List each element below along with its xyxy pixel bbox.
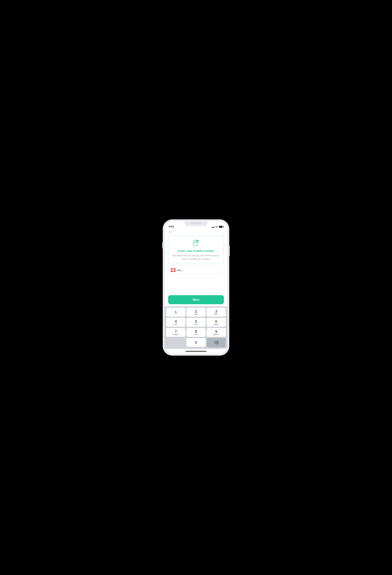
info-card: Enter new mobile number We require this … xyxy=(168,236,224,264)
delete-icon xyxy=(214,341,218,344)
svg-point-9 xyxy=(198,241,198,241)
phone-input-row[interactable]: +41 xyxy=(168,266,224,274)
svg-point-2 xyxy=(194,242,195,243)
numeric-keyboard: 1 2 ABC 3 DEF 4 GHI xyxy=(165,306,227,349)
svg-point-4 xyxy=(196,242,197,243)
keyboard-row-4: 0 xyxy=(165,338,227,347)
key-1[interactable]: 1 xyxy=(166,308,185,317)
country-selector[interactable]: +41 xyxy=(171,268,183,272)
wifi-icon xyxy=(215,226,218,228)
back-chevron-icon xyxy=(169,231,172,233)
battery-fill xyxy=(219,226,222,228)
key-0[interactable]: 0 xyxy=(186,338,206,347)
battery-icon xyxy=(219,226,223,228)
svg-point-7 xyxy=(197,241,197,241)
phone-screen: 9:41 xyxy=(165,221,227,354)
swiss-flag-icon xyxy=(171,268,176,272)
key-2[interactable]: 2 ABC xyxy=(186,308,206,317)
key-4[interactable]: 4 GHI xyxy=(166,318,185,327)
country-code: +41 xyxy=(177,269,181,272)
signal-icon xyxy=(211,226,214,228)
svg-point-8 xyxy=(197,241,198,241)
key-delete[interactable] xyxy=(207,338,226,347)
keyboard-row-1: 1 2 ABC 3 DEF xyxy=(165,308,227,317)
key-8[interactable]: 8 TUV xyxy=(186,328,206,337)
status-time: 9:41 xyxy=(169,225,174,228)
card-title: Enter new mobile number xyxy=(178,249,214,253)
top-area: Enter new mobile number We require this … xyxy=(165,229,227,306)
home-bar xyxy=(185,351,207,352)
key-7[interactable]: 7 PQRS xyxy=(166,328,185,337)
home-indicator xyxy=(165,349,227,354)
key-9[interactable]: 9 WXYZ xyxy=(207,328,226,337)
key-6[interactable]: 6 MNO xyxy=(207,318,226,327)
spacer xyxy=(168,274,224,295)
dropdown-arrow-icon xyxy=(182,270,183,271)
keyboard-row-3: 7 PQRS 8 TUV 9 WXYZ xyxy=(165,328,227,337)
notch-pill xyxy=(191,223,201,224)
phone-device: 9:41 xyxy=(163,219,229,356)
status-icons xyxy=(211,226,223,228)
svg-point-3 xyxy=(195,242,196,243)
screen-content: Enter new mobile number We require this … xyxy=(165,229,227,354)
phone-number-input[interactable] xyxy=(184,269,221,272)
key-empty xyxy=(166,338,185,347)
key-3[interactable]: 3 DEF xyxy=(207,308,226,317)
next-button[interactable]: Next xyxy=(168,295,224,304)
phone-message-icon xyxy=(192,239,200,248)
key-5[interactable]: 5 JKL xyxy=(186,318,206,327)
card-subtitle: We require this for security. We will se… xyxy=(172,254,220,261)
back-button[interactable] xyxy=(168,230,173,235)
keyboard-row-2: 4 GHI 5 JKL 6 MNO xyxy=(165,318,227,327)
notch xyxy=(185,221,207,226)
